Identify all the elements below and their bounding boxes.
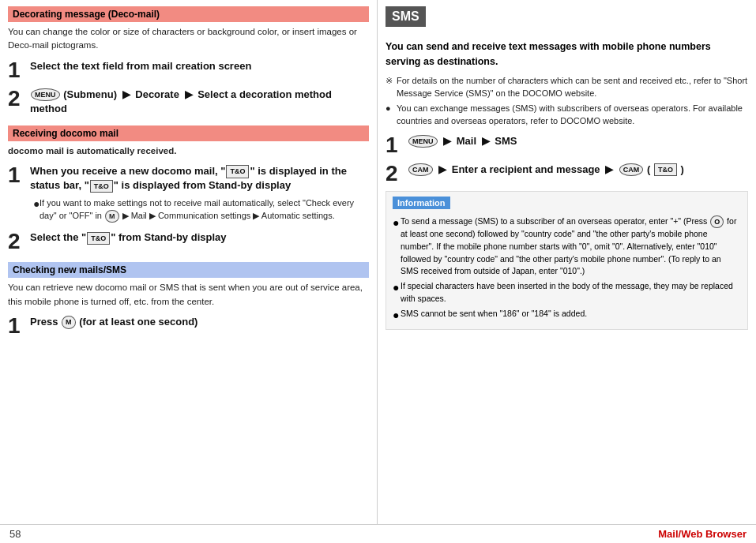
sms-step2-number: 2: [386, 163, 403, 185]
recv-step1-bullets: ● If you want to make settings not to re…: [30, 197, 369, 223]
recv-step2-text: Select the "T&O" from Stand-by display: [30, 231, 227, 243]
footer: 58 Mail/Web Browser: [0, 524, 756, 543]
sms-step1: 1 MENU ▶ Mail ▶ SMS: [386, 134, 748, 156]
sms-paren-close: ): [681, 163, 684, 175]
info-dot1: ●: [393, 215, 401, 230]
recv-step1: 1 When you receive a new docomo mail, "T…: [8, 164, 369, 224]
note1-item: ※ For details on the number of character…: [386, 74, 748, 100]
select-icon: T&O: [87, 232, 110, 245]
recv-bullet1: ● If you want to make settings not to re…: [33, 197, 369, 223]
info-text2: If special characters have been inserted…: [401, 280, 741, 305]
info-bullet3: ● SMS cannot be sent when "186" or "184"…: [393, 308, 741, 322]
sms-menu-icon: MENU: [408, 135, 438, 148]
deco-step2: 2 MENU (Submenu) ▶ Decorate ▶ Select a d…: [8, 88, 369, 116]
sms-step2: 2 CAM ▶ Enter a recipient and message ▶ …: [386, 163, 748, 185]
info-header: Information: [393, 197, 450, 209]
deco-step1-number: 1: [8, 59, 25, 81]
mail-icon-recv: M: [105, 210, 119, 223]
footer-title: Mail/Web Browser: [658, 528, 747, 540]
sms-step1-number: 1: [386, 134, 403, 156]
check-intro: You can retrieve new docomo mail or SMS …: [8, 281, 369, 309]
checking-header-text: Checking new mails/SMS: [13, 264, 126, 275]
note1-text: For details on the number of characters …: [397, 74, 748, 100]
left-column: Decorating message (Deco-mail) You can c…: [0, 0, 378, 524]
bullet-dot1: ●: [33, 197, 39, 211]
deco-header-text: Decorating message (Deco-mail): [13, 9, 160, 20]
info-dot2: ●: [393, 280, 401, 294]
sms-paren-open: (: [647, 163, 650, 175]
submenu-icon: MENU: [31, 88, 60, 102]
check-step1-number: 1: [8, 315, 25, 337]
info-box: Information ● To send a message (SMS) to…: [386, 191, 748, 330]
arrow1: ▶: [122, 88, 130, 100]
note2-item: ● You can exchange messages (SMS) with s…: [386, 102, 748, 128]
info-text1: To send a message (SMS) to a subscriber …: [401, 215, 741, 279]
info-text3: SMS cannot be sent when "186" or "184" i…: [401, 308, 587, 320]
recv-bullet1-text: If you want to make settings not to rece…: [39, 197, 369, 223]
checking-header: Checking new mails/SMS: [8, 262, 369, 278]
page-number: 58: [9, 528, 21, 540]
info-bullet2: ● If special characters have been insert…: [393, 280, 741, 305]
sms-t-icon: T&O: [654, 163, 677, 177]
status-icon1: T&O: [226, 165, 249, 178]
deco-step1: 1 Select the text field from mail creati…: [8, 59, 369, 81]
deco-step1-text: Select the text field from mail creation…: [30, 60, 251, 72]
deco-mail-header: Decorating message (Deco-mail): [8, 6, 369, 22]
decorate-label: Decorate: [135, 88, 179, 100]
press-icon: M: [62, 316, 76, 329]
sms-step2-content: CAM ▶ Enter a recipient and message ▶ CA…: [408, 163, 748, 177]
sms-arrow1: ▶: [443, 135, 451, 147]
sms-arrow2: ▶: [482, 135, 490, 147]
receive-intro: docomo mail is automatically received.: [8, 144, 369, 158]
select-deco-label: Select a decoration method: [197, 88, 332, 100]
sms-notes: ※ For details on the number of character…: [386, 74, 748, 128]
press-o-icon: O: [710, 215, 724, 229]
status-icon2: T&O: [90, 180, 113, 193]
receive-header-text: Receiving docomo mail: [13, 128, 118, 139]
check-step1: 1 Press M (for at least one second): [8, 315, 369, 337]
sms-step1-content: MENU ▶ Mail ▶ SMS: [408, 134, 748, 148]
sms-intro: You can send and receive text messages w…: [386, 39, 748, 69]
sms-arrow3: ▶: [438, 163, 446, 175]
note2-text: You can exchange messages (SMS) with sub…: [397, 102, 748, 128]
check-step1-text: Press M (for at least one second): [30, 316, 197, 328]
check-for-label: (for at least one second): [79, 316, 197, 328]
recv-step2-number: 2: [8, 230, 25, 253]
arrow2: ▶: [185, 88, 193, 100]
sms-mail-label: Mail: [457, 135, 476, 147]
sms-cam-icon: CAM: [408, 163, 433, 177]
receive-header: Receiving docomo mail: [8, 125, 369, 141]
submenu-label: (Submenu): [63, 88, 117, 100]
deco-step2-number: 2: [8, 88, 25, 110]
recv-step2-content: Select the "T&O" from Stand-by display: [30, 230, 369, 245]
recv-step1-number: 1: [8, 164, 25, 186]
note2-symbol: ●: [386, 102, 397, 115]
deco-intro: You can change the color or size of char…: [8, 25, 369, 53]
sms-header: SMS: [386, 6, 426, 27]
deco-step2-content: MENU (Submenu) ▶ Decorate ▶ Select a dec…: [30, 88, 369, 116]
info-bullet1: ● To send a message (SMS) to a subscribe…: [393, 215, 741, 279]
sms-sms-label: SMS: [495, 135, 517, 147]
sms-arrow4: ▶: [605, 163, 613, 175]
sms-step2-text: Enter a recipient and message: [452, 163, 600, 175]
recv-step1-text: When you receive a new docomo mail, "T&O…: [30, 165, 347, 191]
recv-step1-content: When you receive a new docomo mail, "T&O…: [30, 164, 369, 224]
deco-step1-content: Select the text field from mail creation…: [30, 59, 369, 73]
recv-step2: 2 Select the "T&O" from Stand-by display: [8, 230, 369, 253]
note1-symbol: ※: [386, 74, 397, 88]
check-step1-content: Press M (for at least one second): [30, 315, 369, 329]
right-column: SMS You can send and receive text messag…: [378, 0, 756, 524]
method-label: method: [30, 103, 67, 114]
sms-cam-icon2: CAM: [619, 163, 644, 177]
info-dot3: ●: [393, 308, 401, 322]
sms-section: SMS You can send and receive text messag…: [386, 6, 748, 330]
